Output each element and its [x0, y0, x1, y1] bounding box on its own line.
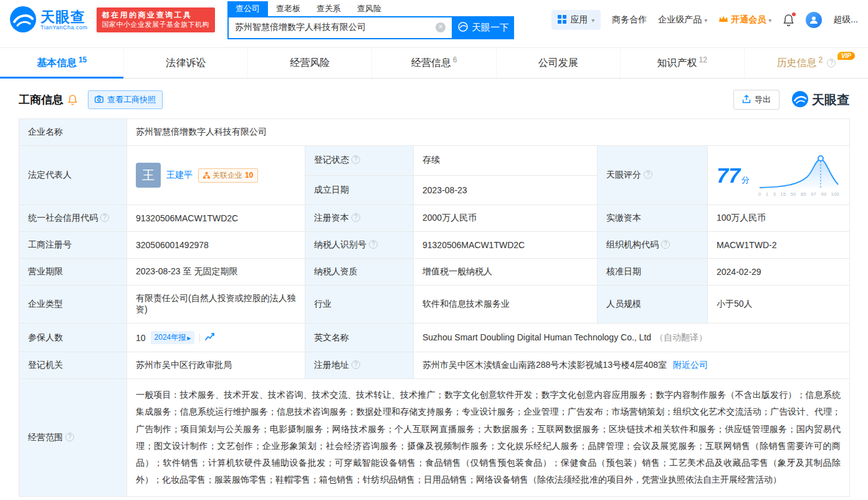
- table-row: 工商注册号 320506001492978 纳税人识别号? 91320506MA…: [19, 232, 850, 259]
- tab-operation-risk[interactable]: 经营风险: [247, 48, 371, 78]
- label-text: 注册地址: [314, 360, 349, 370]
- score-cell: 77分 0131550859799100: [708, 146, 850, 205]
- score-value: 77分: [717, 163, 750, 188]
- reg-capital-value: 2000万人民币: [414, 205, 598, 232]
- section-header: 工商信息 查看工商快照 导出 天眼查: [19, 90, 849, 110]
- tab-label: 经营信息: [411, 57, 451, 70]
- search-tab-risk[interactable]: 查风险: [349, 1, 389, 16]
- tab-legal-litigation[interactable]: 法律诉讼: [123, 48, 247, 78]
- reg-authority-label: 登记机关: [19, 352, 127, 379]
- table-row: 经营范围? 一般项目：技术服务、技术开发、技术咨询、技术交流、技术转让、技术推广…: [19, 379, 850, 497]
- tab-operation-info[interactable]: 经营信息 6: [371, 48, 495, 78]
- clear-search-icon[interactable]: ×: [436, 22, 446, 32]
- tianyancha-eye-icon: [792, 91, 808, 109]
- chevron-down-icon: ▾: [704, 17, 707, 24]
- taxpayer-quality-label: 纳税人资质: [305, 259, 414, 286]
- arrow-right-icon: ▸: [187, 334, 191, 342]
- table-row: 企业名称 苏州智慧倍增数字人科技有限公司: [19, 119, 850, 146]
- establish-date-label: 成立日期: [305, 175, 414, 205]
- divider: [199, 334, 200, 342]
- english-name-cell: Suzhou Smart Doubling Digital Human Tech…: [414, 324, 850, 352]
- nearby-companies-link[interactable]: 附近公司: [673, 360, 708, 370]
- tianyancha-eye-icon: [10, 6, 36, 34]
- english-name-label: 英文名称: [305, 324, 414, 352]
- related-companies-tag[interactable]: 关联企业 10: [198, 168, 258, 183]
- paid-capital-label: 实缴资本: [598, 205, 708, 232]
- nav-cooperation[interactable]: 商务合作: [612, 14, 647, 26]
- tab-company-development[interactable]: 公司发展: [496, 48, 620, 78]
- score-number: 77: [717, 163, 740, 187]
- staff-size-value: 小于50人: [708, 286, 850, 324]
- tab-label: 法律诉讼: [166, 57, 206, 70]
- enterprise-label: 企业级产品: [658, 14, 702, 26]
- label-text: 经营范围: [28, 432, 63, 442]
- search-block: 查公司 查老板 查关系 查风险 × 天眼一下: [227, 1, 514, 39]
- search-button[interactable]: 天眼一下: [453, 16, 514, 39]
- help-icon[interactable]: ?: [661, 240, 670, 249]
- help-icon[interactable]: ?: [351, 155, 360, 164]
- logo-domain: TianYanCha.com: [41, 24, 88, 31]
- tab-basic-info[interactable]: 基本信息 15: [0, 48, 123, 78]
- org-chart-icon: [203, 172, 210, 179]
- promo-line1: 都在用的商业查询工具: [102, 11, 210, 20]
- tianyancha-logo[interactable]: 天眼查 TianYanCha.com: [10, 6, 88, 34]
- search-input[interactable]: [229, 22, 436, 32]
- reg-authority-value: 苏州市吴中区行政审批局: [127, 352, 305, 379]
- approval-date-label: 核准日期: [598, 259, 708, 286]
- establish-date-value: 2023-08-23: [414, 175, 598, 205]
- legal-rep-name-link[interactable]: 王建平: [166, 170, 193, 181]
- monitor-bell-icon[interactable]: [67, 94, 78, 105]
- table-row: 统一社会信用代码? 91320506MACW1TWD2C 注册资本? 2000万…: [19, 205, 850, 232]
- legal-rep-label: 法定代表人: [19, 146, 127, 205]
- company-type-value: 有限责任公司(自然人投资或控股的法人独资): [127, 286, 305, 324]
- label-text: 组织机构代码: [606, 239, 659, 249]
- search-tab-relation[interactable]: 查关系: [308, 1, 349, 16]
- table-row: 参保人数 10 2024年报 ▸ 英文名称 Suzhou Smart Doubl…: [19, 324, 850, 352]
- username[interactable]: 超级...: [833, 14, 858, 26]
- search-tab-company[interactable]: 查公司: [227, 1, 268, 16]
- tab-intellectual-property[interactable]: 知识产权 12: [620, 48, 744, 78]
- business-term-label: 营业期限: [19, 259, 127, 286]
- help-icon[interactable]: ?: [65, 433, 74, 441]
- annual-report-badge[interactable]: 2024年报 ▸: [151, 331, 195, 344]
- label-text: 登记状态: [314, 155, 349, 165]
- trend-chart-icon[interactable]: [205, 332, 215, 343]
- export-button-label: 导出: [755, 94, 771, 105]
- business-term-value: 2023-08-23 至 无固定期限: [127, 259, 305, 286]
- tab-count: 2: [819, 55, 823, 64]
- apps-grid-icon: [558, 15, 566, 26]
- nav-enterprise-products[interactable]: 企业级产品 ▾: [658, 14, 707, 26]
- apps-menu[interactable]: 应用 ▾: [551, 10, 601, 30]
- tab-label: 基本信息: [37, 57, 77, 70]
- nav-open-vip[interactable]: 开通会员 ▾: [718, 14, 771, 26]
- tab-label: 知识产权: [657, 57, 697, 70]
- user-avatar[interactable]: [806, 12, 822, 28]
- tab-history-info[interactable]: 历史信息 2 ? VIP: [744, 48, 868, 78]
- snapshot-button[interactable]: 查看工商快照: [88, 90, 163, 109]
- tab-label: 公司发展: [538, 57, 578, 70]
- help-icon[interactable]: ?: [351, 360, 360, 369]
- cooperation-label: 商务合作: [612, 14, 647, 26]
- search-box: ×: [227, 16, 453, 39]
- reg-address-cell: 苏州市吴中区木渎镇金山南路288号木渎影视城13号楼4层408室附近公司: [414, 352, 850, 379]
- help-icon[interactable]: ?: [644, 170, 652, 179]
- tab-label: 历史信息: [777, 57, 817, 70]
- help-icon[interactable]: ?: [100, 213, 109, 222]
- insured-count-cell: 10 2024年报 ▸: [127, 324, 305, 352]
- reg-capital-label: 注册资本?: [305, 205, 414, 232]
- help-icon[interactable]: ?: [369, 240, 378, 249]
- help-icon[interactable]: ?: [351, 213, 360, 222]
- export-button[interactable]: 导出: [733, 90, 780, 110]
- legal-rep-avatar[interactable]: 王: [136, 163, 161, 188]
- apps-label: 应用: [570, 14, 588, 26]
- search-tab-boss[interactable]: 查老板: [268, 1, 308, 16]
- taxpayer-quality-value: 增值税一般纳税人: [414, 259, 598, 286]
- notification-bell-icon[interactable]: [783, 14, 794, 26]
- related-companies-label: 关联企业: [212, 170, 242, 181]
- company-type-label: 企业类型: [19, 286, 127, 324]
- org-code-value: MACW1TWD-2: [708, 232, 850, 259]
- help-icon[interactable]: ?: [827, 59, 836, 67]
- label-text: 纳税人识别号: [314, 239, 366, 249]
- company-detail-tabs: 基本信息 15 法律诉讼 经营风险 经营信息 6 公司发展 知识产权 12 历史…: [0, 47, 868, 79]
- reg-status-value: 存续: [414, 146, 598, 176]
